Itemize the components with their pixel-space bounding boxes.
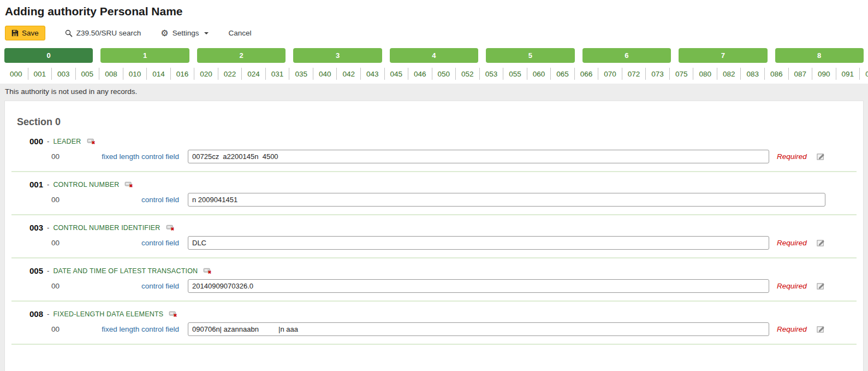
tag-link[interactable]: 075: [675, 70, 688, 78]
tag-link-item: 060: [527, 68, 551, 80]
delete-field-icon[interactable]: ✖: [166, 225, 175, 231]
tag-link[interactable]: 066: [580, 70, 593, 78]
tag-link[interactable]: 022: [224, 70, 236, 78]
tag-number: 001: [29, 180, 43, 189]
subfield-value-input[interactable]: [188, 150, 769, 163]
tag-link-item: 045: [385, 68, 409, 80]
tag-link[interactable]: 003: [57, 70, 70, 78]
tag-link[interactable]: 045: [390, 70, 403, 78]
tag-link[interactable]: 070: [604, 70, 616, 78]
tag-link-item: 005: [76, 68, 100, 80]
edit-in-editor-icon[interactable]: [817, 282, 825, 290]
subfield-line: 00 control field Required: [11, 236, 857, 250]
tag-line: 000 - LEADER ✖: [11, 137, 857, 146]
cancel-button[interactable]: Cancel: [228, 29, 251, 37]
tag-link[interactable]: 005: [81, 70, 94, 78]
subfield-value-input[interactable]: [188, 322, 769, 336]
tag-line: 001 - CONTROL NUMBER ✖: [11, 180, 857, 189]
tag-link[interactable]: 091: [842, 70, 854, 78]
tag-link[interactable]: 001: [34, 70, 46, 78]
tag-link-item: 080: [693, 68, 717, 80]
delete-field-icon[interactable]: ✖: [124, 181, 133, 188]
tag-name: LEADER: [53, 138, 81, 145]
tag-link[interactable]: 092: [865, 70, 868, 78]
tag-link[interactable]: 050: [438, 70, 450, 78]
tag-link-item: 052: [456, 68, 480, 80]
tab-label: 0: [47, 51, 51, 60]
subfield-line: 00 control field Required: [11, 279, 857, 293]
tab-label: 3: [336, 51, 340, 60]
tab-section[interactable]: 3: [293, 48, 382, 63]
delete-field-icon[interactable]: ✖: [203, 268, 212, 274]
tab-section[interactable]: 5: [486, 48, 574, 63]
z3950-search-button[interactable]: Z39.50/SRU search: [65, 29, 141, 37]
delete-field-icon[interactable]: ✖: [87, 138, 96, 145]
tag-name: DATE AND TIME OF LATEST TRANSACTION: [53, 267, 198, 275]
settings-menu-button[interactable]: ⚙ Settings: [160, 29, 209, 38]
tag-jump-links: 000 001 003 005 008 010 014 016 020: [4, 68, 864, 84]
save-button[interactable]: Save: [5, 26, 45, 40]
tag-link[interactable]: 055: [509, 70, 521, 78]
tag-link[interactable]: 035: [295, 70, 307, 78]
subfield-label-link[interactable]: control field: [84, 239, 179, 247]
tab-section[interactable]: 8: [775, 48, 864, 63]
tab-section[interactable]: 2: [197, 48, 286, 63]
tag-link[interactable]: 083: [746, 70, 759, 78]
indicators: 00: [51, 282, 84, 290]
svg-text:✖: ✖: [174, 313, 177, 317]
tag-link[interactable]: 086: [770, 70, 783, 78]
tag-link[interactable]: 065: [556, 70, 569, 78]
tag-link[interactable]: 087: [794, 70, 807, 78]
tab-label: 5: [528, 51, 532, 60]
tab-section[interactable]: 4: [390, 48, 478, 63]
tag-link[interactable]: 024: [247, 70, 260, 78]
subfield-value-input[interactable]: [188, 279, 769, 293]
required-area: Required: [777, 239, 840, 247]
tag-link[interactable]: 080: [699, 70, 711, 78]
tag-link[interactable]: 000: [10, 70, 22, 78]
delete-field-icon[interactable]: ✖: [169, 311, 177, 317]
subfield-label-link[interactable]: control field: [84, 196, 179, 204]
marc-field-group: 003 - CONTROL NUMBER IDENTIFIER ✖ 00 con…: [11, 215, 857, 258]
tag-dash: -: [47, 310, 49, 318]
tag-link[interactable]: 031: [271, 70, 284, 78]
tag-link-item: 087: [789, 68, 813, 80]
tag-link[interactable]: 090: [818, 70, 830, 78]
tag-link[interactable]: 008: [105, 70, 117, 78]
tab-section[interactable]: 7: [679, 48, 767, 63]
subfield-label-link[interactable]: fixed length control field: [84, 325, 179, 333]
tag-link[interactable]: 020: [200, 70, 212, 78]
subfield-value-input[interactable]: [188, 236, 769, 250]
edit-in-editor-icon[interactable]: [817, 152, 825, 161]
tab-label: 1: [143, 51, 147, 60]
tab-section[interactable]: 0: [4, 48, 93, 63]
editor-panel: Section 0 000 - LEADER ✖ 00: [4, 101, 864, 371]
tag-link[interactable]: 082: [723, 70, 735, 78]
tag-link[interactable]: 052: [461, 70, 474, 78]
tag-dash: -: [47, 137, 49, 145]
tag-link[interactable]: 042: [342, 70, 355, 78]
tag-link-item: 050: [432, 68, 456, 80]
tab-section[interactable]: 6: [582, 48, 671, 63]
required-label: Required: [777, 239, 807, 247]
tag-link[interactable]: 046: [414, 70, 426, 78]
tag-link[interactable]: 043: [366, 70, 379, 78]
edit-in-editor-icon[interactable]: [817, 239, 825, 247]
tag-name: CONTROL NUMBER: [53, 181, 119, 189]
edit-in-editor-icon[interactable]: [817, 325, 825, 333]
subfield-value-input[interactable]: [188, 193, 825, 207]
tab-section[interactable]: 1: [100, 48, 189, 63]
tag-link[interactable]: 072: [628, 70, 640, 78]
tag-link[interactable]: 010: [129, 70, 141, 78]
tag-link[interactable]: 053: [485, 70, 498, 78]
subfield-label-link[interactable]: control field: [84, 282, 179, 290]
tab-label: 2: [239, 51, 243, 60]
tag-link-item: 070: [598, 68, 622, 80]
svg-text:✖: ✖: [91, 140, 95, 145]
tag-link[interactable]: 014: [152, 70, 165, 78]
tag-link[interactable]: 073: [651, 70, 664, 78]
tag-link[interactable]: 040: [319, 70, 331, 78]
tag-link[interactable]: 060: [533, 70, 545, 78]
subfield-label-link[interactable]: fixed length control field: [84, 152, 179, 161]
tag-link[interactable]: 016: [176, 70, 189, 78]
